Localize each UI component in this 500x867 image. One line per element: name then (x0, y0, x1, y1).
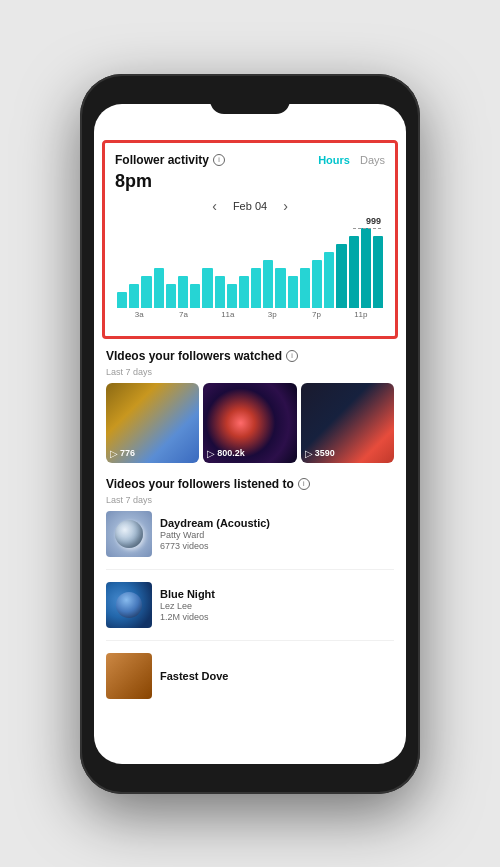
track-title-3: Fastest Dove (160, 670, 394, 682)
video-count-2: 800.2k (217, 448, 245, 458)
divider-2 (106, 640, 394, 641)
follower-activity-title: Follower activity (115, 153, 209, 167)
videos-watched-title: VIdeos your followers watched (106, 349, 282, 363)
play-icon-3: ▷ (305, 448, 313, 459)
chart-peak-line (353, 228, 381, 229)
follower-activity-info-icon[interactable]: i (213, 154, 225, 166)
chart-peak-label: 999 (366, 216, 381, 226)
videos-listened-section: Videos your followers listened to i Last… (94, 469, 406, 703)
music-thumb-1-inner (106, 511, 152, 557)
phone-wrapper: Follower activity i Hours Days 8pm (0, 0, 500, 867)
videos-title-group: VIdeos your followers watched i (106, 349, 298, 363)
chart-x-label: 11a (206, 310, 250, 319)
chart-bar (215, 276, 225, 308)
chart-x-label: 7a (161, 310, 205, 319)
play-icon-2: ▷ (207, 448, 215, 459)
video-thumb-2[interactable]: ▷ 800.2k (203, 383, 296, 463)
chart-x-label: 11p (339, 310, 383, 319)
chart-bar (263, 260, 273, 308)
chart-bar (361, 228, 371, 308)
follower-activity-section: Follower activity i Hours Days 8pm (102, 140, 398, 339)
follower-activity-header: Follower activity i Hours Days (115, 153, 385, 167)
chart-bar (336, 244, 346, 308)
music-thumb-3-inner (106, 653, 152, 699)
video-count-3: 3590 (315, 448, 335, 458)
listened-info-icon[interactable]: i (298, 478, 310, 490)
track-artist-2: Lez Lee (160, 601, 394, 611)
chart-x-label: 3a (117, 310, 161, 319)
chart-bar (178, 276, 188, 308)
phone-frame: Follower activity i Hours Days 8pm (80, 74, 420, 794)
music-info-3: Fastest Dove (160, 670, 394, 682)
music-item-2[interactable]: Blue Night Lez Lee 1.2M videos (106, 582, 394, 628)
track-count-2: 1.2M videos (160, 612, 394, 622)
videos-watched-sub-label: Last 7 days (106, 367, 394, 377)
listened-title-group: Videos your followers listened to i (106, 477, 310, 491)
date-next-arrow[interactable]: › (283, 198, 288, 214)
chart-bar (117, 292, 127, 308)
music-item-3[interactable]: Fastest Dove (106, 653, 394, 699)
phone-screen: Follower activity i Hours Days 8pm (94, 104, 406, 764)
music-info-2: Blue Night Lez Lee 1.2M videos (160, 588, 394, 622)
chart-bar (312, 260, 322, 308)
selected-time: 8pm (115, 171, 385, 192)
chart-x-labels: 3a7a11a3p7p11p (115, 310, 385, 319)
screen-content[interactable]: Follower activity i Hours Days 8pm (94, 104, 406, 764)
chart-bar (154, 268, 164, 308)
chart-bar (349, 236, 359, 308)
music-thumb-1 (106, 511, 152, 557)
crystal-ball-icon (115, 520, 143, 548)
music-thumb-3 (106, 653, 152, 699)
music-info-1: Daydream (Acoustic) Patty Ward 6773 vide… (160, 517, 394, 551)
chart-bar (300, 268, 310, 308)
video-thumb-2-overlay: ▷ 800.2k (207, 448, 245, 459)
listened-header: Videos your followers listened to i (106, 477, 394, 491)
date-navigation: ‹ Feb 04 › (115, 198, 385, 214)
time-tab-group: Hours Days (318, 154, 385, 166)
music-item-1[interactable]: Daydream (Acoustic) Patty Ward 6773 vide… (106, 511, 394, 557)
title-group: Follower activity i (115, 153, 225, 167)
notch (210, 92, 290, 114)
chart-bar (251, 268, 261, 308)
music-thumb-2 (106, 582, 152, 628)
chart-x-label: 3p (250, 310, 294, 319)
listened-sub-label: Last 7 days (106, 495, 394, 505)
video-thumb-3-overlay: ▷ 3590 (305, 448, 335, 459)
music-list: Daydream (Acoustic) Patty Ward 6773 vide… (106, 511, 394, 699)
videos-watched-info-icon[interactable]: i (286, 350, 298, 362)
track-title-1: Daydream (Acoustic) (160, 517, 394, 529)
listened-title: Videos your followers listened to (106, 477, 294, 491)
chart-bar (166, 284, 176, 308)
videos-watched-header: VIdeos your followers watched i (106, 349, 394, 363)
follower-activity-chart: 999 3a7a11a3p7p11p (115, 218, 385, 328)
chart-bar (275, 268, 285, 308)
play-icon-1: ▷ (110, 448, 118, 459)
chart-bar (202, 268, 212, 308)
video-thumbnails-container: ▷ 776 ▷ 800.2k (106, 383, 394, 463)
chart-bars-container (115, 218, 385, 308)
video-thumb-1-overlay: ▷ 776 (110, 448, 135, 459)
track-title-2: Blue Night (160, 588, 394, 600)
track-artist-1: Patty Ward (160, 530, 394, 540)
chart-bar (129, 284, 139, 308)
video-thumb-1[interactable]: ▷ 776 (106, 383, 199, 463)
chart-bar (141, 276, 151, 308)
chart-bar (324, 252, 334, 308)
video-count-1: 776 (120, 448, 135, 458)
tab-days[interactable]: Days (360, 154, 385, 166)
chart-bar (227, 284, 237, 308)
chart-bar (373, 236, 383, 308)
track-count-1: 6773 videos (160, 541, 394, 551)
chart-x-label: 7p (294, 310, 338, 319)
blue-circle-icon (116, 592, 142, 618)
music-thumb-2-inner (106, 582, 152, 628)
chart-bar (190, 284, 200, 308)
videos-watched-section: VIdeos your followers watched i Last 7 d… (94, 339, 406, 469)
date-label: Feb 04 (233, 200, 267, 212)
chart-bar (288, 276, 298, 308)
tab-hours[interactable]: Hours (318, 154, 350, 166)
divider-1 (106, 569, 394, 570)
chart-bar (239, 276, 249, 308)
video-thumb-3[interactable]: ▷ 3590 (301, 383, 394, 463)
date-prev-arrow[interactable]: ‹ (212, 198, 217, 214)
